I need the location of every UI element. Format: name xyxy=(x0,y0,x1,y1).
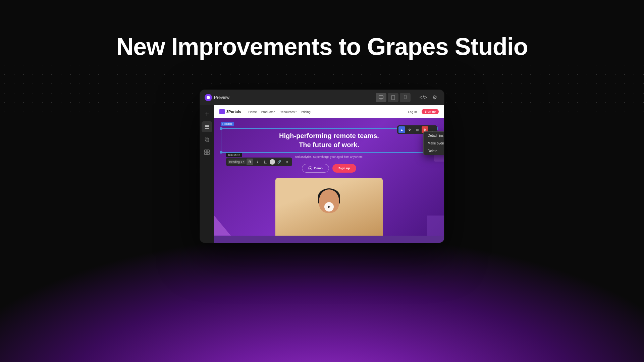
site-logo-icon xyxy=(219,109,225,114)
settings-button[interactable]: ⚙ xyxy=(430,93,439,102)
site-nav-login[interactable]: Log In xyxy=(408,110,417,114)
svg-rect-13 xyxy=(206,138,209,142)
brand-icon xyxy=(205,94,212,101)
context-menu: Detach instance Make overridable Delete xyxy=(423,131,444,155)
studio-toolbar: Preview </> ⚙ xyxy=(200,90,444,105)
video-play-button[interactable]: ▶ xyxy=(324,202,334,212)
page-title-section: New Improvements to Grapes Studio xyxy=(0,34,644,60)
toolbar-preview-label: Preview xyxy=(214,95,229,100)
site-navbar: 3Portals Home Products ▾ Resources ▾ Pri… xyxy=(214,105,444,118)
svg-rect-11 xyxy=(205,128,209,129)
svg-point-6 xyxy=(405,98,406,99)
heading-style-select[interactable]: Heading 1 ▾ xyxy=(228,160,246,164)
video-section: ▶ xyxy=(221,173,437,236)
code-button[interactable]: </> xyxy=(419,93,428,102)
site-nav-pricing[interactable]: Pricing xyxy=(301,110,311,114)
svg-point-0 xyxy=(207,96,210,99)
float-up-btn[interactable]: ▲ xyxy=(398,126,405,133)
studio-window: Preview </> ⚙ xyxy=(200,90,444,243)
sidebar-pages-btn[interactable] xyxy=(202,134,212,145)
heading-selection-box[interactable]: High-performing remote teams. The future… xyxy=(221,128,437,153)
studio-sidebar xyxy=(200,105,214,243)
context-delete[interactable]: Delete xyxy=(424,147,444,155)
site-nav-products[interactable]: Products ▾ xyxy=(261,110,276,114)
svg-point-4 xyxy=(393,99,393,99)
context-detach[interactable]: Detach instance xyxy=(424,132,444,139)
site-nav-resources[interactable]: Resources ▾ xyxy=(279,110,297,114)
sidebar-components-btn[interactable] xyxy=(202,147,212,158)
format-align-btn[interactable]: ≡ xyxy=(284,159,290,165)
svg-rect-17 xyxy=(207,153,209,155)
site-nav-links: Home Products ▾ Resources ▾ Pricing xyxy=(248,110,323,114)
tablet-device-btn[interactable] xyxy=(388,93,398,102)
svg-rect-16 xyxy=(204,153,206,155)
site-logo: 3Portals xyxy=(219,109,241,114)
corner-tl xyxy=(220,127,222,130)
svg-rect-1 xyxy=(379,96,383,99)
sidebar-layers-btn[interactable] xyxy=(202,121,212,132)
page-title: New Improvements to Grapes Studio xyxy=(0,34,644,60)
svg-rect-9 xyxy=(205,125,209,126)
heading-tag: Heading xyxy=(221,122,234,126)
sidebar-add-btn[interactable] xyxy=(202,109,212,119)
heading-wrapper: Heading High-performing remote teams. Th… xyxy=(221,128,437,153)
toolbar-brand: Preview xyxy=(205,94,229,101)
svg-rect-10 xyxy=(205,126,209,127)
svg-rect-14 xyxy=(204,150,206,152)
site-heading: High-performing remote teams. The future… xyxy=(225,131,433,149)
mobile-device-btn[interactable] xyxy=(400,93,411,102)
svg-rect-3 xyxy=(391,95,395,100)
cta-demo-button[interactable]: ▶ Demo xyxy=(302,164,329,173)
studio-canvas[interactable]: 3Portals Home Products ▾ Resources ▾ Pri… xyxy=(214,105,444,243)
format-link-btn[interactable]: 🔗 xyxy=(276,159,283,165)
corner-deco-right xyxy=(427,216,444,236)
site-subtext: and analytics. Supercharge your aged fro… xyxy=(285,155,373,159)
format-underline-btn[interactable]: U xyxy=(262,159,269,165)
bold-tooltip: Bold ⌘+B xyxy=(226,153,242,157)
site-nav-home[interactable]: Home xyxy=(248,110,257,114)
context-override[interactable]: Make overridable xyxy=(424,139,444,147)
corner-bl xyxy=(220,151,222,154)
studio-body: 3Portals Home Products ▾ Resources ▾ Pri… xyxy=(200,105,444,243)
format-color-picker[interactable] xyxy=(270,159,275,165)
demo-icon: ▶ xyxy=(308,166,312,170)
website-preview: 3Portals Home Products ▾ Resources ▾ Pri… xyxy=(214,105,444,243)
cta-signup-button[interactable]: Sign up xyxy=(332,164,356,173)
text-format-bar: Heading 1 ▾ B I U 🔗 ≡ xyxy=(226,158,292,166)
site-nav-signup[interactable]: Sign up xyxy=(422,109,439,114)
site-hero: Heading High-performing remote teams. Th… xyxy=(214,118,444,236)
svg-rect-15 xyxy=(207,150,209,152)
svg-rect-2 xyxy=(380,99,382,99)
desktop-device-btn[interactable] xyxy=(376,93,386,102)
device-buttons xyxy=(376,93,411,102)
format-italic-btn[interactable]: I xyxy=(254,159,261,165)
format-bold-btn[interactable]: B xyxy=(247,159,253,165)
toolbar-right-actions: </> ⚙ xyxy=(419,93,439,102)
video-thumbnail[interactable]: ▶ xyxy=(275,178,383,236)
float-move-btn[interactable]: ✥ xyxy=(406,126,413,133)
site-logo-text: 3Portals xyxy=(226,110,241,114)
float-copy-btn[interactable]: ⊞ xyxy=(414,126,421,133)
